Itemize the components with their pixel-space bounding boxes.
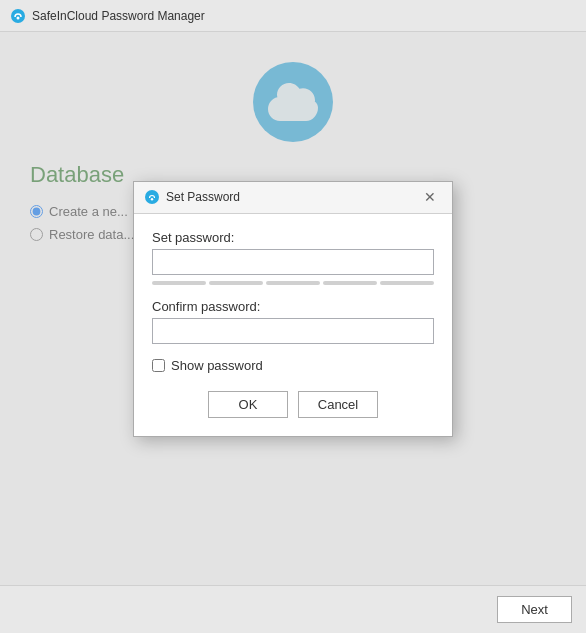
set-password-dialog: Set Password ✕ Set password: Confirm pas…: [133, 181, 453, 437]
app-title: SafeInCloud Password Manager: [32, 9, 205, 23]
show-password-row[interactable]: Show password: [152, 358, 434, 373]
set-password-label: Set password:: [152, 230, 434, 245]
set-password-input[interactable]: [152, 249, 434, 275]
svg-point-2: [145, 190, 159, 204]
dialog-buttons: OK Cancel: [152, 391, 434, 418]
svg-point-1: [17, 16, 20, 19]
modal-overlay: Set Password ✕ Set password: Confirm pas…: [0, 32, 586, 585]
dialog-title-bar: Set Password ✕: [134, 182, 452, 214]
show-password-checkbox[interactable]: [152, 359, 165, 372]
svg-point-0: [11, 9, 25, 23]
strength-bar: [152, 281, 434, 285]
show-password-label[interactable]: Show password: [171, 358, 263, 373]
cancel-button[interactable]: Cancel: [298, 391, 378, 418]
bottom-bar: Next: [0, 585, 586, 633]
title-bar: SafeInCloud Password Manager: [0, 0, 586, 32]
confirm-password-input[interactable]: [152, 318, 434, 344]
next-button[interactable]: Next: [497, 596, 572, 623]
dialog-title-text: Set Password: [166, 190, 240, 204]
main-content: Database Create a ne... Restore data... …: [0, 32, 586, 585]
dialog-close-button[interactable]: ✕: [418, 185, 442, 209]
dialog-title-left: Set Password: [144, 189, 240, 205]
strength-seg-2: [209, 281, 263, 285]
strength-seg-4: [323, 281, 377, 285]
dialog-icon: [144, 189, 160, 205]
strength-seg-5: [380, 281, 434, 285]
ok-button[interactable]: OK: [208, 391, 288, 418]
strength-seg-3: [266, 281, 320, 285]
strength-seg-1: [152, 281, 206, 285]
svg-point-3: [151, 198, 153, 200]
app-icon: [10, 8, 26, 24]
dialog-body: Set password: Confirm password: Show pas…: [134, 214, 452, 436]
confirm-password-label: Confirm password:: [152, 299, 434, 314]
